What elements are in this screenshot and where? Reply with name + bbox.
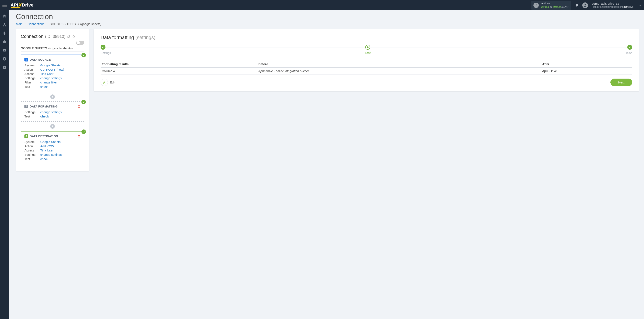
- home-icon[interactable]: [2, 14, 6, 18]
- user-name: demo_apix-drive_s2: [592, 2, 634, 6]
- trash-icon[interactable]: [77, 134, 81, 138]
- logo[interactable]: APIXDrive: [10, 2, 34, 8]
- step-number: 1: [24, 58, 28, 62]
- svg-text:?: ?: [4, 66, 5, 68]
- connection-id: (ID: 38910): [45, 34, 65, 39]
- user-menu[interactable]: demo_apix-drive_s2 Plan |Start| left unt…: [592, 2, 634, 8]
- col-results: Formatting results: [100, 61, 257, 68]
- step-title: DATA DESTINATION: [30, 134, 58, 138]
- table-row: Column A ApiX-Drive - online integration…: [100, 68, 632, 74]
- menu-toggle-icon[interactable]: [2, 2, 8, 8]
- chevron-down-icon[interactable]: [639, 4, 642, 7]
- dollar-icon[interactable]: [2, 31, 6, 35]
- svg-rect-10: [68, 35, 70, 38]
- youtube-icon[interactable]: [2, 48, 6, 52]
- stepper-test[interactable]: Test: [365, 45, 370, 54]
- step-data-formatting[interactable]: 2 DATA FORMATTING Settingschange setting…: [21, 102, 84, 122]
- briefcase-icon[interactable]: [2, 40, 6, 44]
- panel-title: Data formatting (settings): [100, 34, 632, 40]
- info-icon: i: [534, 3, 539, 8]
- user-plan: Plan |Start| left until payment 359 days: [592, 6, 634, 8]
- actions-label: Actions:: [541, 2, 568, 5]
- page-title: Connection: [16, 12, 639, 21]
- breadcrumb: Main / Connections / GOOGLE SHEETS -> (g…: [16, 22, 639, 26]
- progress-stepper: Settings Test Finish: [100, 45, 632, 54]
- trash-icon[interactable]: [77, 105, 81, 108]
- topbar: APIXDrive i Actions: 25'161 of 50'000 (5…: [0, 0, 644, 10]
- add-step-button[interactable]: +: [50, 94, 55, 99]
- breadcrumb-main[interactable]: Main: [16, 22, 22, 26]
- actions-of: of: [550, 5, 552, 8]
- next-button[interactable]: Next: [610, 78, 632, 86]
- svg-point-0: [584, 4, 586, 5]
- connection-panel: Connection (ID: 38910) GOOGLE SHEETS -> …: [16, 29, 89, 171]
- svg-rect-2: [3, 26, 4, 26]
- add-step-button[interactable]: +: [50, 124, 55, 129]
- check-icon: [82, 130, 86, 134]
- actions-counter[interactable]: i Actions: 25'161 of 50'000 (50%): [532, 0, 571, 10]
- pencil-icon: [100, 79, 108, 86]
- step-data-source[interactable]: 1 DATA SOURCE SystemGoogle Sheets Action…: [21, 54, 84, 92]
- step-number: 3: [24, 134, 28, 138]
- breadcrumb-current: GOOGLE SHEETS -> (google sheets): [50, 22, 102, 26]
- edit-button[interactable]: Edit: [100, 79, 115, 86]
- stepper-settings[interactable]: Settings: [100, 45, 111, 54]
- connection-toggle[interactable]: [76, 41, 84, 45]
- actions-total: 50'000: [553, 5, 561, 8]
- step-title: DATA SOURCE: [30, 58, 51, 61]
- actions-used: 25'161: [541, 5, 549, 8]
- breadcrumb-connections[interactable]: Connections: [28, 22, 44, 26]
- stepper-finish[interactable]: Finish: [625, 45, 632, 54]
- user-icon[interactable]: [2, 57, 6, 61]
- col-after: After: [541, 61, 632, 68]
- data-formatting-panel: Data formatting (settings) Settings Test: [94, 29, 639, 92]
- col-before: Before: [257, 61, 541, 68]
- avatar[interactable]: [582, 2, 588, 8]
- notifications-icon[interactable]: [575, 4, 579, 7]
- sitemap-icon[interactable]: [2, 22, 6, 27]
- step-data-destination[interactable]: 3 DATA DESTINATION SystemGoogle Sheets A…: [21, 131, 84, 164]
- formatting-results-table: Formatting results Before After Column A…: [100, 61, 632, 74]
- svg-rect-1: [4, 23, 5, 24]
- svg-point-7: [4, 58, 5, 59]
- svg-rect-4: [3, 42, 6, 42]
- step-number: 2: [24, 105, 28, 108]
- copy-icon[interactable]: [67, 35, 70, 38]
- main-content: Connection Main / Connections / GOOGLE S…: [9, 10, 644, 319]
- connection-path: GOOGLE SHEETS -> (google sheets): [21, 46, 84, 52]
- connection-heading: Connection: [21, 34, 43, 39]
- check-icon: [82, 100, 86, 104]
- gear-icon[interactable]: [72, 35, 75, 38]
- sidebar-rail: ?: [0, 10, 9, 319]
- step-title: DATA FORMATTING: [30, 105, 58, 108]
- help-icon[interactable]: ?: [2, 65, 6, 70]
- check-icon: [82, 53, 86, 58]
- svg-rect-3: [5, 26, 6, 26]
- actions-pct: (50%): [561, 5, 568, 8]
